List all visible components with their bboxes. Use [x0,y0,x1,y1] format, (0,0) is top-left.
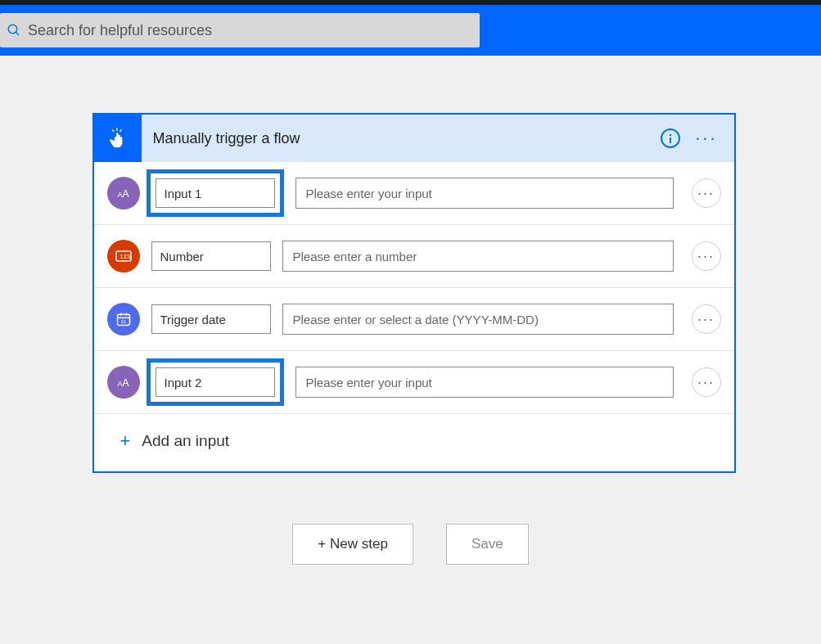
svg-rect-3 [670,137,671,143]
input-description-field[interactable] [295,367,674,398]
info-icon[interactable] [661,128,680,148]
date-type-icon: 21 [107,303,140,336]
input-row: 21 ··· [94,288,734,351]
svg-line-1 [16,32,19,35]
row-more-icon[interactable]: ··· [692,178,721,208]
card-title: Manually trigger a flow [153,130,661,147]
row-more-icon[interactable]: ··· [692,304,721,334]
card-header[interactable]: Manually trigger a flow ··· [94,115,734,162]
search-icon [7,23,21,38]
input-row: 123 ··· [94,225,734,288]
top-header-bar [0,5,821,56]
input-name-field[interactable] [156,178,275,208]
svg-text:123: 123 [120,253,131,260]
plus-icon: + [120,430,131,452]
row-more-icon[interactable]: ··· [692,241,721,271]
save-button[interactable]: Save [446,524,529,565]
add-input-button[interactable]: + Add an input [94,414,734,471]
text-type-icon: AA [107,366,140,399]
trigger-icon [94,115,142,162]
svg-text:21: 21 [120,319,125,324]
card-more-icon[interactable]: ··· [695,128,720,149]
svg-point-2 [670,134,671,136]
svg-text:A: A [122,188,129,200]
add-input-label: Add an input [142,432,229,450]
trigger-card: Manually trigger a flow ··· AA ··· 123 [92,113,736,473]
svg-point-0 [8,25,17,34]
input-name-field[interactable] [156,367,275,397]
highlight-frame [147,358,284,406]
row-more-icon[interactable]: ··· [692,367,721,397]
new-step-button[interactable]: + New step [292,524,413,565]
flow-canvas: Manually trigger a flow ··· AA ··· 123 [0,56,821,565]
input-row: AA ··· [94,351,734,414]
search-box[interactable] [0,13,480,47]
input-description-field[interactable] [295,178,674,209]
text-type-icon: AA [107,177,140,209]
input-row: AA ··· [94,162,734,225]
highlight-frame [147,169,284,217]
svg-text:A: A [117,191,122,199]
svg-text:A: A [122,377,129,389]
input-description-field[interactable] [282,304,674,335]
svg-text:A: A [117,380,122,388]
input-name-field[interactable] [151,241,271,271]
search-input[interactable] [28,22,473,39]
bottom-actions: + New step Save [292,524,528,565]
input-name-field[interactable] [151,304,271,334]
number-type-icon: 123 [107,240,140,272]
input-description-field[interactable] [282,241,674,272]
